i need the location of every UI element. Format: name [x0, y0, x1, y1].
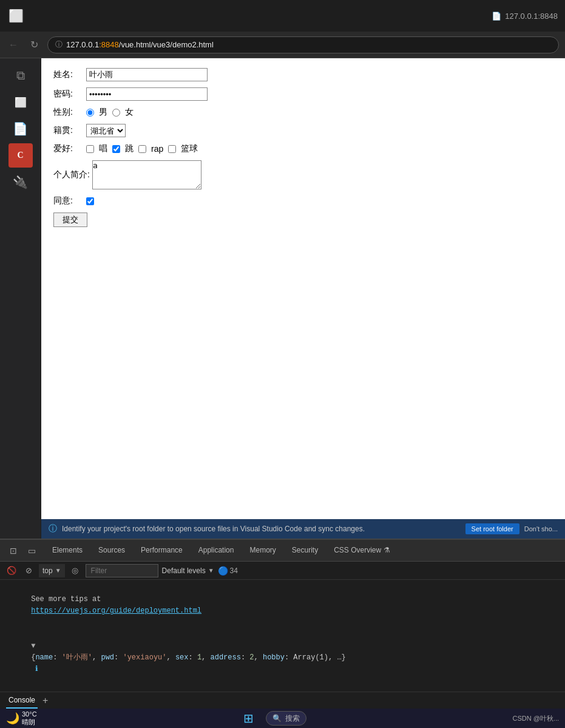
sync-banner: ⓘ Identify your project's root folder to…: [41, 519, 565, 539]
dont-show-button[interactable]: Don't sho...: [524, 525, 558, 532]
app-icon: ⬜: [7, 7, 24, 24]
address-row: 籍贯: 湖北省 北京 上海: [53, 124, 553, 137]
add-console-button[interactable]: +: [42, 695, 48, 706]
top-arrow-icon: ▼: [55, 567, 61, 574]
console-toolbar: 🚫 ⊘ top ▼ ◎ Default levels ▼ 🔵 34: [0, 562, 565, 580]
tab-security[interactable]: Security: [285, 543, 325, 558]
vuejs-deployment-link[interactable]: https://vuejs.org/guide/deployment.html: [31, 607, 201, 615]
taskbar-weather: 🌙 30°C 晴朗: [6, 710, 37, 727]
pwd-input[interactable]: [86, 87, 208, 101]
filter-toggle-button[interactable]: ⊘: [22, 564, 35, 577]
submit-button[interactable]: 提交: [53, 213, 87, 227]
console-obj-1: {name: '叶小雨', pwd: 'yexiaoyu', sex: 1, a…: [31, 653, 346, 662]
hobby-basketball-label: 篮球: [181, 143, 198, 154]
intro-textarea[interactable]: a: [92, 160, 201, 189]
back-button[interactable]: ←: [6, 38, 21, 52]
sex-male-label: 男: [99, 107, 107, 118]
file-new-icon[interactable]: 📄: [8, 117, 33, 141]
sex-male-radio[interactable]: [86, 109, 94, 117]
default-levels-selector[interactable]: Default levels ▼: [162, 566, 214, 575]
set-root-button[interactable]: Set root folder: [465, 523, 519, 534]
weather-info: 30°C 晴朗: [22, 710, 37, 727]
device-icon[interactable]: ▭: [24, 543, 39, 558]
webpage: 姓名: 密码: 性别: 男 女 籍贯: 湖北省: [41, 58, 565, 471]
taskbar-right-text: CSDN @叶秋...: [512, 714, 559, 723]
hobby-checkbox-group: 唱 跳 rap 篮球: [86, 143, 198, 154]
submit-row: 提交: [53, 213, 553, 227]
name-row: 姓名:: [53, 68, 553, 81]
copy-icon[interactable]: ⬜: [8, 90, 33, 114]
taskbar: 🌙 30°C 晴朗 ⊞ 🔍 搜索 CSDN @叶秋...: [0, 709, 565, 728]
sync-info-icon: ⓘ: [49, 523, 57, 534]
plugin-icon[interactable]: 🔌: [8, 170, 33, 194]
hobby-dance-checkbox[interactable]: [112, 145, 120, 153]
expand-obj-icon[interactable]: ▼: [31, 642, 39, 650]
info-icon: ⓘ: [55, 39, 63, 50]
hobby-sing-checkbox[interactable]: [86, 145, 94, 153]
obj-info-icon: ℹ: [31, 665, 38, 673]
sync-banner-text: Identify your project's root folder to o…: [62, 525, 461, 533]
agree-checkbox[interactable]: [86, 197, 94, 205]
eye-button[interactable]: ◎: [69, 564, 82, 577]
search-placeholder: 搜索: [285, 713, 300, 724]
console-text-1: See more tips at: [31, 595, 105, 604]
pwd-row: 密码:: [53, 87, 553, 101]
search-icon: 🔍: [272, 714, 282, 723]
hobby-sing-label: 唱: [99, 143, 107, 154]
sex-radio-group: 男 女: [86, 107, 134, 118]
title-bar: ⬜ 📄 127.0.0.1:8848: [0, 0, 565, 32]
inspect-icon[interactable]: ⊡: [6, 543, 21, 558]
console-tab[interactable]: Console: [6, 692, 38, 709]
pwd-label: 密码:: [53, 89, 84, 100]
name-label: 姓名:: [53, 69, 84, 80]
agree-label: 同意:: [53, 196, 84, 206]
tab-sources[interactable]: Sources: [91, 543, 132, 558]
devtools-icon-group: ⊡ ▭: [6, 543, 39, 558]
address-label: 籍贯:: [53, 125, 84, 136]
title-url: 📄 127.0.0.1:8848: [492, 12, 558, 21]
devtools-tabs: ⊡ ▭ Elements Sources Performance Applica…: [0, 540, 565, 562]
tab-elements[interactable]: Elements: [45, 543, 90, 558]
hobby-row: 爱好: 唱 跳 rap 篮球: [53, 143, 553, 154]
address-input[interactable]: ⓘ 127.0.0.1:8848/vue.html/vue3/demo2.htm…: [47, 36, 559, 53]
console-output: See more tips at https://vuejs.org/guide…: [0, 580, 565, 692]
taskbar-center: ⊞ 🔍 搜索: [37, 711, 513, 726]
error-count: 34: [230, 566, 238, 575]
tab-css-overview[interactable]: CSS Overview ⚗: [326, 543, 397, 558]
refresh-button[interactable]: ↻: [27, 38, 41, 52]
url-text: 127.0.0.1:8848/vue.html/vue3/demo2.html: [66, 40, 214, 49]
condition: 晴朗: [22, 718, 37, 727]
sex-label: 性别:: [53, 107, 84, 118]
hobby-rap-label: rap: [151, 144, 163, 154]
address-bar: ← ↻ ⓘ 127.0.0.1:8848/vue.html/vue3/demo2…: [0, 32, 565, 58]
hobby-dance-label: 跳: [125, 143, 134, 154]
files-icon[interactable]: ⧉: [8, 63, 33, 87]
agree-row: 同意:: [53, 196, 553, 206]
tab-application[interactable]: Application: [191, 543, 242, 558]
sex-row: 性别: 男 女: [53, 107, 553, 118]
levels-arrow-icon: ▼: [208, 567, 214, 574]
top-label: top: [42, 566, 53, 575]
console-line-2: ▼ {name: '叶小雨', pwd: 'yexiaoyu', sex: 1,…: [5, 629, 560, 687]
error-dot-icon: 🔵: [218, 566, 228, 576]
windows-logo-icon[interactable]: ⊞: [243, 711, 254, 726]
weather-icon: 🌙: [6, 712, 19, 725]
address-select[interactable]: 湖北省 北京 上海: [86, 124, 126, 137]
hobby-basketball-checkbox[interactable]: [168, 145, 176, 153]
console-line-1: See more tips at https://vuejs.org/guide…: [5, 582, 560, 629]
tab-memory[interactable]: Memory: [242, 543, 283, 558]
filter-input[interactable]: [86, 564, 158, 577]
error-badge: 🔵 34: [218, 566, 238, 576]
csdn-icon[interactable]: C: [8, 143, 33, 168]
taskbar-right: CSDN @叶秋...: [512, 714, 559, 723]
sex-female-radio[interactable]: [112, 109, 120, 117]
top-selector[interactable]: top ▼: [39, 564, 65, 577]
taskbar-search[interactable]: 🔍 搜索: [266, 711, 306, 726]
clear-console-button[interactable]: 🚫: [5, 564, 18, 577]
console-line-3: address: 2: [5, 687, 560, 692]
tab-performance[interactable]: Performance: [134, 543, 190, 558]
console-footer: Console +: [0, 692, 565, 709]
hobby-rap-checkbox[interactable]: [138, 145, 146, 153]
devtools: ⊡ ▭ Elements Sources Performance Applica…: [0, 539, 565, 709]
name-input[interactable]: [86, 68, 208, 81]
